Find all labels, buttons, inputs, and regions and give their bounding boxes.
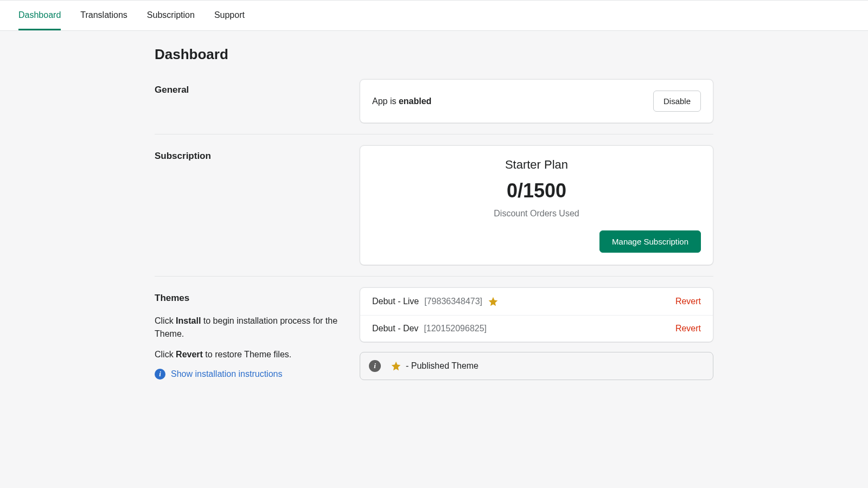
section-general: General App is enabled Disable <box>155 79 713 134</box>
help-revert-post: to restore Theme files. <box>203 350 291 359</box>
tab-support[interactable]: Support <box>214 1 245 30</box>
help-install-bold: Install <box>176 316 201 325</box>
top-tabs: Dashboard Translations Subscription Supp… <box>0 0 868 31</box>
theme-row: Debut - Dev [120152096825] Revert <box>360 316 713 342</box>
show-instructions-link[interactable]: i Show installation instructions <box>155 369 347 380</box>
theme-row: Debut - Live [79836348473] Revert <box>360 288 713 316</box>
info-icon: i <box>155 369 165 380</box>
help-revert-pre: Click <box>155 350 176 359</box>
info-icon: i <box>369 360 381 372</box>
section-themes-left: Themes Click Install to begin installati… <box>155 287 347 380</box>
tab-dashboard[interactable]: Dashboard <box>18 1 61 30</box>
app-status-prefix: App is <box>372 97 399 106</box>
page-title: Dashboard <box>155 46 713 63</box>
plan-name: Starter Plan <box>372 158 701 172</box>
help-install-pre: Click <box>155 316 176 325</box>
manage-subscription-button[interactable]: Manage Subscription <box>599 230 701 253</box>
app-status-value: enabled <box>399 97 431 106</box>
theme-row-left: Debut - Dev [120152096825] <box>372 324 487 333</box>
tab-translations[interactable]: Translations <box>80 1 127 30</box>
section-subscription-right: Starter Plan 0/1500 Discount Orders Used… <box>360 145 713 265</box>
theme-legend: i - Published Theme <box>360 352 713 380</box>
disable-button[interactable]: Disable <box>653 91 701 112</box>
app-status: App is enabled <box>372 97 431 106</box>
theme-id: [79836348473] <box>424 297 482 306</box>
subscription-actions: Manage Subscription <box>372 230 701 253</box>
page-content: Dashboard General App is enabled Disable… <box>155 31 713 423</box>
section-themes-right: Debut - Live [79836348473] Revert Debut … <box>360 287 713 380</box>
theme-row-left: Debut - Live [79836348473] <box>372 296 499 307</box>
general-card: App is enabled Disable <box>360 79 713 123</box>
theme-name: Debut - Dev <box>372 324 418 333</box>
themes-help-install: Click Install to begin installation proc… <box>155 314 347 341</box>
section-general-left: General <box>155 79 347 123</box>
theme-revert-link[interactable]: Revert <box>675 297 701 306</box>
theme-revert-link[interactable]: Revert <box>675 324 701 333</box>
help-revert-bold: Revert <box>176 350 203 359</box>
tab-subscription[interactable]: Subscription <box>147 1 195 30</box>
section-subscription: Subscription Starter Plan 0/1500 Discoun… <box>155 134 713 276</box>
section-general-right: App is enabled Disable <box>360 79 713 123</box>
legend-text: - Published Theme <box>406 361 478 371</box>
theme-id: [120152096825] <box>424 324 487 333</box>
section-subscription-left: Subscription <box>155 145 347 265</box>
themes-heading: Themes <box>155 293 347 304</box>
usage-label: Discount Orders Used <box>372 209 701 219</box>
themes-help-revert: Click Revert to restore Theme files. <box>155 348 347 361</box>
theme-name: Debut - Live <box>372 297 419 306</box>
usage-value: 0/1500 <box>372 179 701 202</box>
show-instructions-label: Show installation instructions <box>171 369 282 379</box>
general-heading: General <box>155 85 347 95</box>
subscription-heading: Subscription <box>155 151 347 162</box>
subscription-card: Starter Plan 0/1500 Discount Orders Used… <box>360 145 713 265</box>
theme-list: Debut - Live [79836348473] Revert Debut … <box>360 287 713 342</box>
section-themes: Themes Click Install to begin installati… <box>155 276 713 391</box>
legend-content: - Published Theme <box>391 361 478 371</box>
star-icon <box>488 296 499 307</box>
star-icon <box>391 361 401 371</box>
